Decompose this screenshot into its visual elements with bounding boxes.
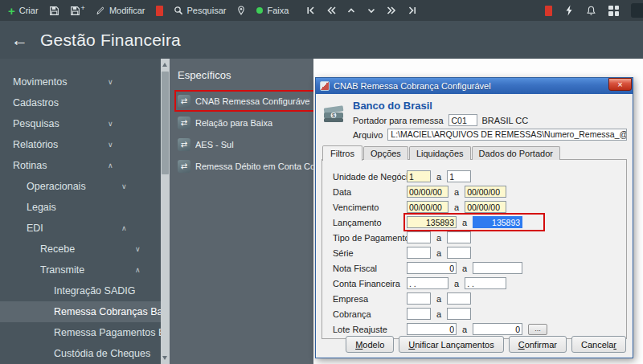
specificos-item-label: CNAB Remessa Configurável	[195, 96, 310, 106]
nav-down-button[interactable]	[366, 6, 377, 15]
vencimento-to-field[interactable]	[465, 201, 506, 213]
specificos-item-label: Relação para Baixa	[195, 118, 272, 128]
create-button[interactable]: + Criar	[8, 5, 39, 17]
empresa-to-field[interactable]	[447, 292, 471, 305]
faixa-button[interactable]: Faixa	[256, 6, 289, 15]
create-label: Criar	[19, 6, 39, 15]
sidebar-item-operacionais[interactable]: Operacionais∨	[0, 176, 161, 197]
portador-code-field[interactable]: C01	[448, 114, 477, 126]
vencimento-from-field[interactable]	[407, 201, 448, 213]
scroll-down-icon[interactable]	[162, 356, 167, 360]
dialog-titlebar[interactable]: CNAB Remessa Cobrança Configurável ×	[316, 78, 633, 94]
cobranca-from-field[interactable]	[407, 308, 431, 320]
notifications-button[interactable]	[586, 6, 596, 16]
range-cobranca: a	[407, 308, 471, 320]
serie-from-field[interactable]	[407, 247, 431, 259]
modify-button[interactable]: Modificar	[96, 6, 145, 15]
sidebar-item-custodia-de-cheques[interactable]: Custódia de Cheques	[0, 343, 161, 364]
apps-grid-icon[interactable]	[608, 6, 619, 16]
sidebar-item-pesquisas[interactable]: Pesquisas∨	[0, 113, 161, 134]
sidebar-item-remessa-cobrancas-bancar[interactable]: Remessa Cobranças Bancár	[0, 301, 161, 322]
sidebar-item-label: Cadastros	[13, 97, 59, 108]
data-from-field[interactable]	[407, 186, 448, 198]
sidebar-item-legais[interactable]: Legais	[0, 197, 161, 218]
back-arrow-icon[interactable]: ←	[11, 31, 28, 48]
sidebar-item-integracao-sadig[interactable]: Integração SADIG	[0, 280, 161, 301]
filter-row-data: Dataa	[333, 186, 626, 198]
nota-fiscal-to-field[interactable]	[473, 262, 522, 274]
range-lancamento: a	[407, 216, 542, 228]
partial-clipped-icon	[631, 3, 643, 18]
specificos-title: Específicos	[178, 69, 313, 81]
field-label: Empresa	[333, 294, 407, 304]
filter-row-nota-fiscal: Nota Fiscala	[333, 262, 626, 274]
lightning-icon	[564, 5, 574, 16]
serie-to-field[interactable]	[447, 247, 471, 259]
specificos-list: ⇄CNAB Remessa Configurável⇄Relação para …	[178, 93, 313, 174]
filter-row-cobranca: Cobrançaa	[333, 308, 626, 320]
modelo-button[interactable]: Modelo	[346, 336, 394, 353]
specificos-item-aes-sul[interactable]: ⇄AES - Sul	[178, 137, 234, 152]
confirmar-button[interactable]: Confirmar	[509, 336, 567, 353]
tab-opcoes[interactable]: Opções	[363, 146, 408, 160]
nota-fiscal-from-field[interactable]	[407, 262, 457, 274]
transfer-icon: ⇄	[178, 138, 190, 151]
nav-first-button[interactable]	[305, 6, 317, 15]
nav-next-button[interactable]	[386, 6, 397, 15]
lancamento-from-field[interactable]	[407, 216, 457, 228]
tab-liquidacoes[interactable]: Liquidações	[409, 146, 471, 160]
unidade-de-negocio-from-field[interactable]	[407, 170, 431, 182]
close-button[interactable]: ×	[608, 78, 632, 91]
field-label: Vencimento	[333, 202, 407, 212]
unidade-de-negocio-to-field[interactable]	[447, 170, 471, 182]
lote-reajuste-to-field[interactable]	[473, 323, 522, 335]
portador-label: Portador para remessa	[353, 116, 444, 125]
sidebar-item-cadastros[interactable]: Cadastros	[0, 92, 161, 113]
nav-prev-button[interactable]	[326, 6, 337, 15]
conta-financeira-to-field[interactable]	[465, 277, 506, 289]
tab-filtros[interactable]: Filtros	[322, 145, 362, 161]
save-new-button[interactable]: +	[70, 6, 85, 16]
lancamento-to-field[interactable]	[473, 216, 522, 228]
pin-button[interactable]	[236, 6, 246, 15]
conta-financeira-from-field[interactable]	[407, 277, 448, 289]
sidebar-item-remessa-pagamentos-banca[interactable]: Remessa Pagamentos Banca	[0, 322, 161, 343]
arquivo-field[interactable]: L:\MACIEL\ARQUIVOS DE REMESSAS\Numero_Re…	[387, 129, 627, 141]
data-to-field[interactable]	[465, 186, 506, 198]
modify-label: Modificar	[109, 6, 145, 15]
nav-last-button[interactable]	[406, 6, 417, 15]
tab-dados-do-portador[interactable]: Dados do Portador	[472, 146, 560, 160]
sidebar-item-edi[interactable]: EDI∧	[0, 218, 161, 239]
specificos-item-cnab-remessa-configuravel[interactable]: ⇄CNAB Remessa Configurável	[178, 93, 313, 108]
specificos-item-remessa-debito-em-conta-configuravel[interactable]: ⇄Remessa Débito em Conta Configurável	[178, 158, 313, 174]
sidebar-item-label: Recebe	[40, 243, 75, 255]
scroll-up-icon[interactable]	[162, 63, 167, 67]
range-separator: a	[436, 248, 441, 258]
cobranca-to-field[interactable]	[447, 308, 471, 320]
specificos-item-relacao-para-baixa[interactable]: ⇄Relação para Baixa	[178, 115, 272, 130]
sidebar-item-movimentos[interactable]: Movimentos∨	[0, 72, 161, 92]
field-label: Unidade de Negócio	[333, 172, 407, 182]
sidebar-item-transmite[interactable]: Transmite∧	[0, 260, 161, 280]
pencil-icon	[96, 6, 105, 15]
transfer-icon: ⇄	[178, 95, 190, 108]
search-button[interactable]: Pesquisar	[174, 6, 227, 15]
save-button[interactable]	[49, 6, 59, 16]
main-toolbar: + Criar + Modificar Pesquisar Faixa	[0, 0, 643, 21]
tipo-de-pagamento-from-field[interactable]	[407, 231, 431, 243]
cancelar-button[interactable]: Cancelar	[571, 336, 626, 353]
lote-reajuste-from-field[interactable]	[407, 323, 457, 335]
sidebar-scrollbar[interactable]	[161, 59, 170, 364]
sidebar-item-label: Remessa Cobranças Bancár	[54, 306, 161, 317]
sidebar-item-relatorios[interactable]: Relatórios∨	[0, 134, 161, 155]
sidebar-item-recebe[interactable]: Recebe∨	[0, 239, 161, 260]
empresa-from-field[interactable]	[407, 292, 431, 305]
bank-name: Banco do Brasil	[353, 100, 627, 112]
sidebar-item-rotinas[interactable]: Rotinas∧	[0, 155, 161, 176]
quick-actions-button[interactable]	[564, 5, 574, 16]
unificar-lancamentos-button[interactable]: Unificar Lançamentos	[399, 336, 503, 353]
scroll-thumb[interactable]	[162, 72, 169, 174]
tipo-de-pagamento-to-field[interactable]	[447, 231, 471, 243]
nav-up-button[interactable]	[346, 6, 357, 15]
lote-reajuste-browse-button[interactable]: ...	[528, 324, 547, 335]
